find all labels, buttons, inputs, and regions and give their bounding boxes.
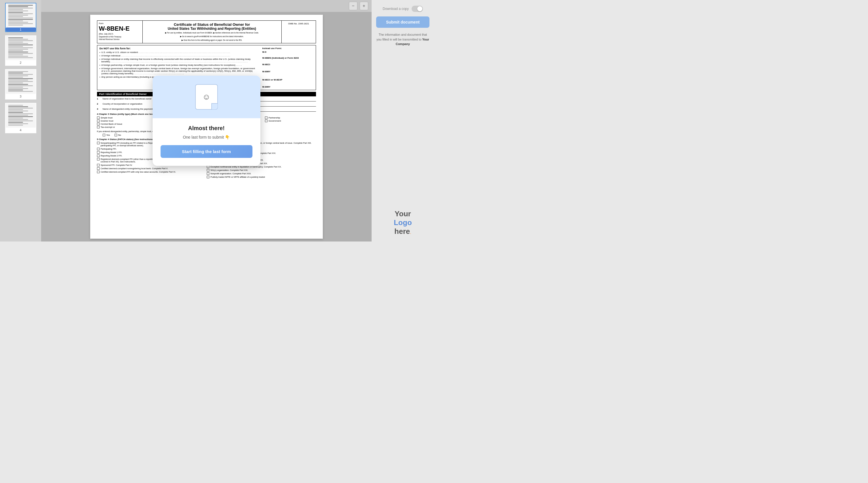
- logo-logo: Logo: [394, 218, 412, 227]
- page-thumb-4[interactable]: 4: [5, 103, 36, 133]
- logo-dot: .: [410, 230, 411, 235]
- logo-here: here: [394, 227, 410, 235]
- modal-overlay: Almost there! One last form to submit 👇 …: [41, 0, 372, 242]
- modal-title: Almost there!: [160, 125, 252, 131]
- submit-info: The information and document that you fi…: [376, 32, 430, 46]
- modal-content: Almost there! One last form to submit 👇 …: [153, 118, 260, 166]
- main-area: − + Form W-8BEN-E (Rev. July 2017) Depar…: [41, 0, 372, 242]
- modal-subtitle: One last form to submit 👇: [160, 135, 252, 139]
- page-number-2: 2: [6, 60, 36, 65]
- submit-info-text: The information and document that you fi…: [376, 33, 427, 41]
- modal-icon-area: [153, 76, 260, 118]
- logo-your: Your: [395, 210, 411, 218]
- submit-button[interactable]: Submit document: [376, 17, 430, 28]
- page-number-4: 4: [6, 128, 36, 133]
- modal-box: Almost there! One last form to submit 👇 …: [153, 76, 260, 166]
- sidebar: 1 2: [0, 0, 41, 242]
- page-number-3: 3: [6, 94, 36, 99]
- modal-cta-button[interactable]: Start filling the last form: [160, 145, 252, 158]
- page-number-1: 1: [6, 28, 36, 31]
- download-label: Download a copy: [383, 7, 409, 11]
- page-thumb-2[interactable]: 2: [5, 35, 36, 66]
- right-panel: Download a copy Submit document The info…: [372, 0, 434, 242]
- page-thumb-1[interactable]: 1: [5, 3, 36, 32]
- download-toggle-switch[interactable]: [411, 6, 423, 12]
- download-toggle-row: Download a copy: [383, 6, 423, 12]
- modal-doc-icon: [195, 84, 218, 110]
- page-thumb-3[interactable]: 3: [5, 69, 36, 99]
- logo-area: Your Logo here.: [394, 210, 412, 236]
